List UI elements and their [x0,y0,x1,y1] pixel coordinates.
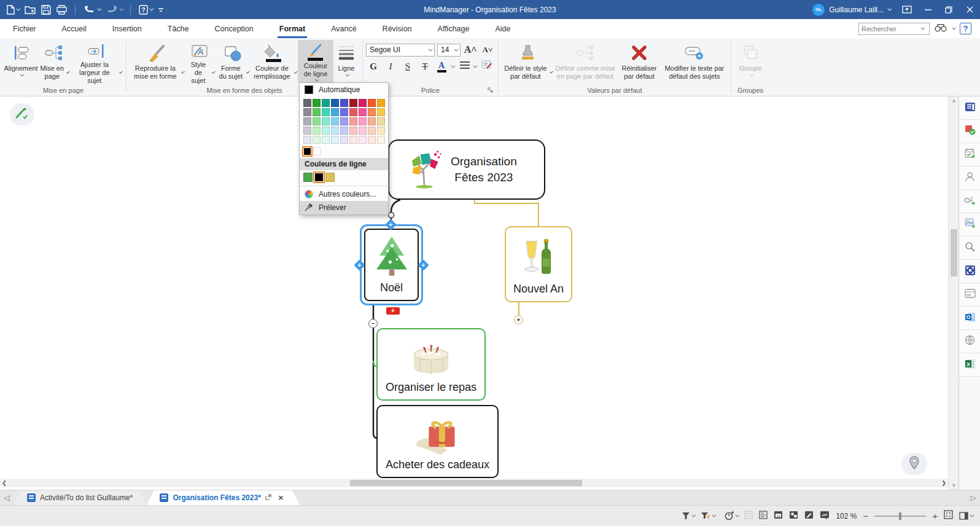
color-swatch[interactable] [349,117,357,125]
color-swatch[interactable] [349,127,357,135]
more-colors-item[interactable]: Autres couleurs... [300,187,388,201]
zoom-in-button[interactable]: + [932,511,938,520]
topic-noel[interactable]: Noël [364,229,419,301]
sidebar-item-snippets[interactable] [959,283,980,307]
color-swatch[interactable] [377,108,385,116]
chevron-down-icon[interactable] [16,7,20,11]
chevron-down-icon[interactable] [473,63,477,68]
add-subtopic-badge[interactable]: + [386,307,400,315]
restore-button[interactable] [938,0,959,19]
color-swatch[interactable] [331,127,339,135]
save-icon[interactable] [41,5,51,15]
color-swatch[interactable] [303,147,311,155]
color-swatch[interactable] [313,127,321,135]
tab-insertion[interactable]: Insertion [99,19,155,38]
tab-scroll-right[interactable]: ▷ [966,490,980,505]
doc-tab-activite[interactable]: Activité/To do list Guillaume* [14,490,146,505]
color-swatch[interactable] [340,117,348,125]
style-de-sujet-button[interactable]: A Style de sujet [185,40,216,83]
color-swatch[interactable] [359,99,367,107]
reinitialiser-defaut-button[interactable]: Réinitialiser par défaut [617,40,661,83]
color-swatch[interactable] [377,117,385,125]
help-button[interactable]: ? [960,23,971,34]
ligne-button[interactable]: Ligne [333,40,359,83]
clear-formatting-icon[interactable] [481,60,492,73]
color-swatch[interactable] [377,99,385,107]
color-swatch[interactable] [368,108,376,116]
scroll-up-arrow[interactable]: ˄ [949,96,959,106]
couleur-de-ligne-button[interactable]: Couleur de ligne [298,40,333,83]
color-swatch[interactable] [303,117,311,125]
color-swatch[interactable] [322,136,330,144]
panels-button[interactable] [959,512,973,520]
color-swatch[interactable] [340,127,348,135]
edit-mode-indicator[interactable] [10,103,34,125]
color-swatch[interactable] [313,136,321,144]
forme-du-sujet-button[interactable]: Forme du sujet [216,40,250,83]
popout-tab-icon[interactable] [265,494,271,501]
schedule-view-button[interactable]: 24 [774,511,783,522]
color-swatch[interactable] [322,99,330,107]
filter-button[interactable] [682,512,694,520]
mise-en-page-button[interactable]: Mise en page [38,40,70,83]
color-swatch[interactable] [377,127,385,135]
color-swatch[interactable] [331,136,339,144]
sidebar-item-web[interactable] [959,330,980,353]
color-swatch[interactable] [359,108,367,116]
color-swatch[interactable] [303,127,311,135]
user-name[interactable]: Guillaume Laill... [829,6,884,14]
open-file-icon[interactable] [25,5,36,14]
ribbon-display-options-button[interactable] [896,0,917,19]
search-input[interactable] [861,25,920,33]
color-swatch[interactable] [331,117,339,125]
sidebar-item-fit[interactable] [959,260,980,283]
color-swatch[interactable] [340,108,348,116]
sidebar-item-task-tags[interactable] [959,120,980,143]
color-swatch[interactable] [377,136,385,144]
sidebar-item-outlook[interactable]: O [959,307,980,330]
color-swatch[interactable] [359,127,367,135]
minimize-button[interactable] [917,0,938,19]
user-avatar[interactable]: GL [812,4,825,16]
color-swatch[interactable] [322,117,330,125]
tab-format[interactable]: Format [266,19,318,38]
color-swatch[interactable] [303,108,311,116]
color-swatch[interactable] [359,117,367,125]
italic-button[interactable]: I [383,60,398,73]
dialog-launcher-icon[interactable] [488,87,493,94]
reproduire-mise-en-forme-button[interactable]: Reproduire la mise en forme [130,40,185,83]
color-swatch[interactable] [368,136,376,144]
automatic-color-item[interactable]: Automatique [300,83,388,96]
color-swatch[interactable] [313,147,321,155]
grow-font-button[interactable]: A˄ [463,43,478,57]
sidebar-item-people[interactable] [959,167,980,190]
color-swatch[interactable] [368,99,376,107]
font-family-select[interactable]: Segoe UI [366,44,435,57]
map-canvas[interactable]: OrganisationFêtes 2023 Noël + + + + − [0,96,948,490]
zoom-out-button[interactable]: − [863,511,868,520]
binoculars-search-icon[interactable] [935,23,947,34]
undo-icon[interactable] [84,5,100,14]
strikethrough-button[interactable]: T [418,60,432,73]
search-box[interactable] [858,23,930,35]
new-document-icon[interactable] [6,5,19,15]
color-swatch[interactable] [368,117,376,125]
tab-accueil[interactable]: Accueil [49,19,99,38]
scroll-left-arrow[interactable]: ❮ [0,479,9,487]
horizontal-scroll-thumb[interactable] [350,480,582,486]
scroll-right-arrow[interactable]: ❯ [939,479,948,487]
close-button[interactable] [959,0,980,19]
topic-organiser-le-repas[interactable]: Organiser le repas [376,328,486,401]
central-topic[interactable]: OrganisationFêtes 2023 [388,139,545,200]
horizontal-scrollbar[interactable]: ❮ ❯ [0,479,948,487]
color-swatch[interactable] [331,99,339,107]
pen-mode-button[interactable] [804,511,814,522]
tab-avance[interactable]: Avancé [318,19,369,38]
shrink-font-button[interactable]: A˅ [480,43,495,57]
chevron-down-icon[interactable] [952,26,956,30]
close-tab-icon[interactable]: ✕ [276,494,286,502]
pick-color-item[interactable]: Prélever [300,201,388,214]
tab-revision[interactable]: Révision [370,19,425,38]
outline-view-button[interactable] [759,511,768,522]
color-swatch[interactable] [325,173,335,182]
